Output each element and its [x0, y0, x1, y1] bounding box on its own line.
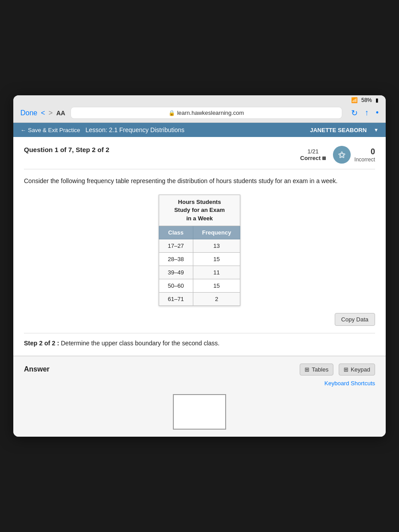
font-size-button[interactable]: AA	[56, 110, 65, 117]
share-icon[interactable]: ↑	[365, 108, 369, 117]
keypad-icon: ⊞	[344, 366, 348, 373]
class-cell: 61–71	[159, 292, 193, 305]
new-tab-icon[interactable]: •	[376, 108, 379, 117]
step-instruction: Step 2 of 2 : Determine the upper class …	[24, 333, 375, 347]
url-bar[interactable]: 🔒 learn.hawkeslearning.com	[70, 107, 342, 119]
answer-input-container	[24, 394, 375, 430]
correct-dot	[322, 156, 326, 160]
score-badge: ⚝ 0 Incorrect	[333, 146, 375, 164]
class-cell: 39–49	[159, 266, 193, 279]
divider	[24, 169, 375, 169]
answer-row: Answer ⊞ Tables ⊞ Keypad	[24, 364, 375, 376]
lock-icon: 🔒	[168, 110, 175, 116]
class-cell: 17–27	[159, 239, 193, 252]
incorrect-area: 0 Incorrect	[354, 147, 375, 163]
save-exit-label: Save & Exit Practice	[28, 127, 80, 133]
score-area: 1/21 Correct ⚝ 0 Incorrect	[300, 146, 375, 164]
user-name: JANETTE SEABORN	[310, 127, 367, 133]
table-container: Hours Students Study for an Exam in a We…	[24, 195, 375, 306]
progress-row: Question 1 of 7, Step 2 of 2 1/21 Correc…	[24, 146, 375, 164]
app-header: ← Save & Exit Practice Lesson: 2.1 Frequ…	[13, 123, 386, 137]
answer-section: Answer ⊞ Tables ⊞ Keypad Keyboard Shortc…	[13, 356, 386, 437]
url-text: learn.hawkeslearning.com	[177, 110, 244, 116]
fraction-number: 1/21	[300, 148, 326, 155]
step-text: Determine the upper class boundary for t…	[61, 340, 219, 347]
col-class-header: Class	[159, 226, 193, 239]
browser-actions: ↻ ↑ •	[351, 108, 379, 118]
browser-controls: Done < > AA	[20, 109, 65, 117]
frequency-cell: 15	[193, 252, 240, 266]
fraction-box: 1/21 Correct	[300, 148, 326, 161]
lesson-title: Lesson: 2.1 Frequency Distributions	[86, 126, 305, 133]
answer-tools: ⊞ Tables ⊞ Keypad	[300, 364, 375, 376]
back-arrow-icon[interactable]: <	[41, 109, 45, 117]
table-row: 61–712	[159, 292, 240, 305]
frequency-cell: 15	[193, 279, 240, 292]
table-row: 17–2713	[159, 239, 240, 252]
forward-arrow-icon[interactable]: >	[49, 109, 53, 117]
content-area: Question 1 of 7, Step 2 of 2 1/21 Correc…	[13, 137, 386, 356]
keyboard-shortcuts-row: Keyboard Shortcuts	[24, 379, 375, 387]
arrow-left-icon: ←	[20, 127, 26, 133]
battery-text: 58%	[361, 97, 372, 103]
frequency-cell: 2	[193, 292, 240, 305]
copy-data-button[interactable]: Copy Data	[335, 313, 375, 326]
class-cell: 50–60	[159, 279, 193, 292]
browser-bar: Done < > AA 🔒 learn.hawkeslearning.com ↻…	[13, 103, 386, 123]
tables-button[interactable]: ⊞ Tables	[300, 364, 333, 376]
tables-icon: ⊞	[305, 366, 309, 373]
problem-text: Consider the following frequency table r…	[24, 176, 375, 186]
frequency-cell: 11	[193, 266, 240, 279]
answer-label: Answer	[24, 365, 50, 373]
battery-icon: ▮	[376, 97, 379, 103]
wifi-icon: 📶	[351, 97, 358, 103]
step-bold-label: Step 2 of 2 :	[24, 340, 59, 347]
score-circle: ⚝	[333, 146, 351, 164]
table-title: Hours Students Study for an Exam in a We…	[159, 195, 240, 226]
copy-data-row: Copy Data	[24, 313, 375, 326]
table-row: 28–3815	[159, 252, 240, 266]
frequency-table: Hours Students Study for an Exam in a We…	[159, 195, 241, 306]
save-exit-button[interactable]: ← Save & Exit Practice	[20, 127, 80, 133]
status-bar: 📶 58% ▮	[13, 95, 386, 103]
refresh-icon[interactable]: ↻	[351, 108, 358, 118]
class-cell: 28–38	[159, 252, 193, 266]
incorrect-label: Incorrect	[354, 156, 375, 163]
question-label: Question 1 of 7, Step 2 of 2	[24, 146, 110, 153]
user-dropdown-icon[interactable]: ▼	[374, 127, 379, 133]
table-row: 50–6015	[159, 279, 240, 292]
answer-input-box[interactable]	[173, 394, 226, 430]
table-row: 39–4911	[159, 266, 240, 279]
done-button[interactable]: Done	[20, 109, 37, 117]
device-frame: 📶 58% ▮ Done < > AA 🔒 learn.hawkeslearni…	[13, 95, 386, 437]
score-icon: ⚝	[338, 151, 345, 159]
col-frequency-header: Frequency	[193, 226, 240, 239]
correct-label: Correct	[300, 155, 326, 161]
keypad-button[interactable]: ⊞ Keypad	[339, 364, 375, 376]
incorrect-count: 0	[354, 147, 375, 156]
keyboard-shortcuts-link[interactable]: Keyboard Shortcuts	[325, 380, 375, 387]
frequency-cell: 13	[193, 239, 240, 252]
